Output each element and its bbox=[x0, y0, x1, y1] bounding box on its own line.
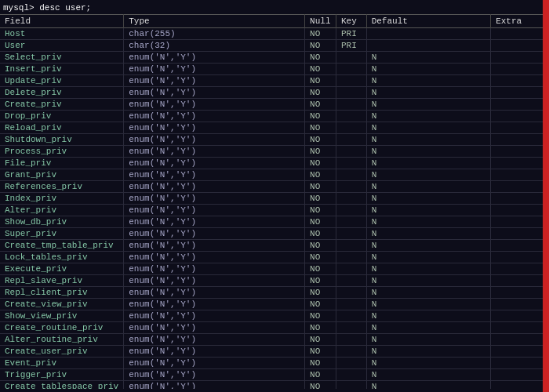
cell-17-3 bbox=[336, 228, 366, 240]
cell-10-2: NO bbox=[305, 146, 336, 158]
table-row: Repl_slave_privenum('N','Y')NON bbox=[0, 275, 549, 287]
cell-12-2: NO bbox=[305, 169, 336, 181]
cell-27-3 bbox=[336, 346, 366, 358]
cell-5-5 bbox=[491, 87, 549, 99]
cell-7-3 bbox=[336, 111, 366, 122]
cell-20-4: N bbox=[366, 263, 490, 275]
cell-11-4: N bbox=[366, 158, 490, 169]
cell-19-0: Lock_tables_priv bbox=[0, 252, 124, 263]
cell-9-4: N bbox=[366, 134, 490, 146]
cell-25-4: N bbox=[366, 322, 490, 334]
cell-5-1: enum('N','Y') bbox=[124, 87, 305, 99]
cell-4-4: N bbox=[366, 75, 490, 87]
cell-26-0: Alter_routine_priv bbox=[0, 334, 124, 346]
cell-9-5 bbox=[491, 134, 549, 146]
cell-10-1: enum('N','Y') bbox=[124, 146, 305, 158]
cell-15-4: N bbox=[366, 205, 490, 216]
cell-23-4: N bbox=[366, 299, 490, 310]
cell-28-4: N bbox=[366, 358, 490, 369]
table-row: Drop_privenum('N','Y')NON bbox=[0, 111, 549, 122]
prompt-line: mysql> desc user; bbox=[0, 0, 549, 14]
cell-11-0: File_priv bbox=[0, 158, 124, 169]
cell-30-1: enum('N','Y') bbox=[124, 381, 305, 390]
cell-8-5 bbox=[491, 122, 549, 134]
table-row: Super_privenum('N','Y')NON bbox=[0, 228, 549, 240]
cell-30-2: NO bbox=[305, 381, 336, 390]
cell-23-1: enum('N','Y') bbox=[124, 299, 305, 310]
table-container[interactable]: Field Type Null Key Default Extra Hostch… bbox=[0, 14, 549, 389]
cell-11-1: enum('N','Y') bbox=[124, 158, 305, 169]
cell-14-1: enum('N','Y') bbox=[124, 193, 305, 205]
table-row: Create_user_privenum('N','Y')NON bbox=[0, 346, 549, 358]
cell-19-3 bbox=[336, 252, 366, 263]
cell-5-0: Delete_priv bbox=[0, 87, 124, 99]
cell-27-1: enum('N','Y') bbox=[124, 346, 305, 358]
table-row: Execute_privenum('N','Y')NON bbox=[0, 263, 549, 275]
cell-23-3 bbox=[336, 299, 366, 310]
cell-3-4: N bbox=[366, 64, 490, 75]
cell-29-2: NO bbox=[305, 369, 336, 381]
cell-11-5 bbox=[491, 158, 549, 169]
cell-23-0: Create_view_priv bbox=[0, 299, 124, 310]
cell-2-3 bbox=[336, 52, 366, 64]
table-row: Event_privenum('N','Y')NON bbox=[0, 358, 549, 369]
cell-0-0: Host bbox=[0, 28, 124, 40]
table-row: Select_privenum('N','Y')NON bbox=[0, 52, 549, 64]
cell-15-2: NO bbox=[305, 205, 336, 216]
cell-21-5 bbox=[491, 275, 549, 287]
cell-16-1: enum('N','Y') bbox=[124, 216, 305, 228]
terminal: mysql> desc user; Field Type Null Key De… bbox=[0, 0, 549, 392]
cell-4-0: Update_priv bbox=[0, 75, 124, 87]
cell-21-1: enum('N','Y') bbox=[124, 275, 305, 287]
cell-6-1: enum('N','Y') bbox=[124, 99, 305, 111]
table-row: Delete_privenum('N','Y')NON bbox=[0, 87, 549, 99]
cell-0-4 bbox=[366, 28, 490, 40]
cell-27-0: Create_user_priv bbox=[0, 346, 124, 358]
cell-2-4: N bbox=[366, 52, 490, 64]
cell-27-2: NO bbox=[305, 346, 336, 358]
col-header-extra: Extra bbox=[491, 15, 549, 28]
cell-2-5 bbox=[491, 52, 549, 64]
cell-28-5 bbox=[491, 358, 549, 369]
cell-2-1: enum('N','Y') bbox=[124, 52, 305, 64]
cell-10-4: N bbox=[366, 146, 490, 158]
cell-16-0: Show_db_priv bbox=[0, 216, 124, 228]
col-header-key: Key bbox=[336, 15, 366, 28]
table-row: Lock_tables_privenum('N','Y')NON bbox=[0, 252, 549, 263]
cell-25-2: NO bbox=[305, 322, 336, 334]
cell-28-1: enum('N','Y') bbox=[124, 358, 305, 369]
cell-12-1: enum('N','Y') bbox=[124, 169, 305, 181]
cell-13-3 bbox=[336, 181, 366, 193]
table-row: Create_view_privenum('N','Y')NON bbox=[0, 299, 549, 310]
cell-12-5 bbox=[491, 169, 549, 181]
cell-18-2: NO bbox=[305, 240, 336, 252]
cell-28-3 bbox=[336, 358, 366, 369]
table-row: Alter_privenum('N','Y')NON bbox=[0, 205, 549, 216]
cell-19-2: NO bbox=[305, 252, 336, 263]
cell-3-2: NO bbox=[305, 64, 336, 75]
table-row: Trigger_privenum('N','Y')NON bbox=[0, 369, 549, 381]
cell-9-2: NO bbox=[305, 134, 336, 146]
cell-14-0: Index_priv bbox=[0, 193, 124, 205]
cell-3-3 bbox=[336, 64, 366, 75]
cell-19-1: enum('N','Y') bbox=[124, 252, 305, 263]
cell-18-3 bbox=[336, 240, 366, 252]
cell-19-5 bbox=[491, 252, 549, 263]
cell-25-1: enum('N','Y') bbox=[124, 322, 305, 334]
cell-22-5 bbox=[491, 287, 549, 299]
cell-1-5 bbox=[491, 40, 549, 52]
table-row: File_privenum('N','Y')NON bbox=[0, 158, 549, 169]
cell-20-2: NO bbox=[305, 263, 336, 275]
cell-26-4: N bbox=[366, 334, 490, 346]
table-header-row: Field Type Null Key Default Extra bbox=[0, 15, 549, 28]
cell-4-2: NO bbox=[305, 75, 336, 87]
cell-29-4: N bbox=[366, 369, 490, 381]
cell-6-2: NO bbox=[305, 99, 336, 111]
cell-7-0: Drop_priv bbox=[0, 111, 124, 122]
table-row: References_privenum('N','Y')NON bbox=[0, 181, 549, 193]
cell-30-5 bbox=[491, 381, 549, 390]
table-row: Index_privenum('N','Y')NON bbox=[0, 193, 549, 205]
cell-7-5 bbox=[491, 111, 549, 122]
cell-10-3 bbox=[336, 146, 366, 158]
cell-23-2: NO bbox=[305, 299, 336, 310]
